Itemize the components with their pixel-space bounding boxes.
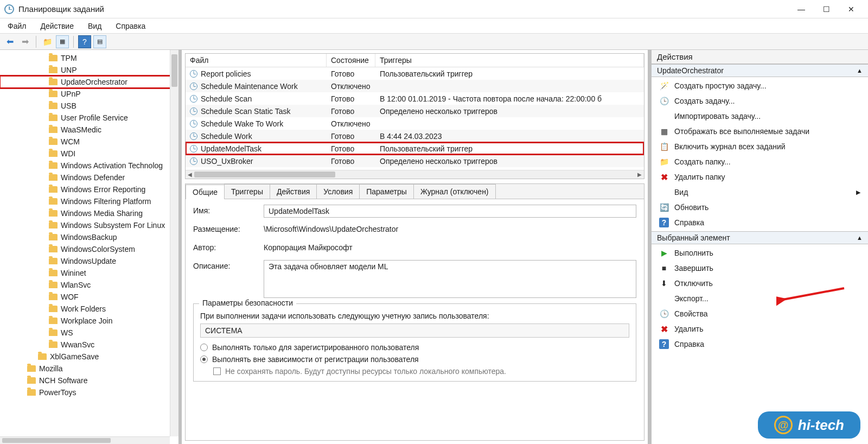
tree-item[interactable]: Workplace Join	[0, 315, 178, 327]
action-item[interactable]: ■Завершить	[652, 261, 868, 276]
tree-item[interactable]: Windows Filtering Platform	[0, 195, 178, 207]
tree-item[interactable]: Wininet	[0, 267, 178, 279]
tree-item[interactable]: WDI	[0, 148, 178, 160]
tab-params[interactable]: Параметры	[359, 184, 414, 199]
tree-item[interactable]: WaaSMedic	[0, 124, 178, 136]
nav-back-button[interactable]: ⬅	[3, 35, 16, 48]
tree-horizontal-scrollbar[interactable]	[0, 436, 170, 444]
actions-section-folder[interactable]: UpdateOrchestrator▲	[652, 64, 868, 77]
tree-item[interactable]: WOF	[0, 291, 178, 303]
tree-item[interactable]: WlanSvc	[0, 279, 178, 291]
toggle-actions-pane-button[interactable]: ▤	[93, 35, 106, 48]
tree-item[interactable]: WindowsBackup	[0, 231, 178, 243]
action-item[interactable]: 🕒Свойства	[652, 306, 868, 321]
task-row[interactable]: Report policiesГотовоПользовательский тр…	[186, 67, 644, 80]
chk-no-password[interactable]: Не сохранять пароль. Будут доступны ресу…	[213, 367, 629, 376]
close-button[interactable]: ✕	[839, 1, 864, 17]
action-item[interactable]: 🪄Создать простую задачу...	[652, 78, 868, 93]
tree-item[interactable]: NCH Software	[0, 375, 178, 386]
maximize-button[interactable]: ☐	[814, 1, 839, 17]
tree-vertical-scrollbar[interactable]	[170, 50, 178, 436]
menu-view[interactable]: Вид	[86, 21, 104, 31]
col-triggers[interactable]: Триггеры	[375, 54, 644, 67]
tree-item[interactable]: Mozilla	[0, 363, 178, 375]
tree-item[interactable]: PowerToys	[0, 386, 178, 398]
opt-logged-in-only[interactable]: Выполнять только для зарегистрированного…	[200, 343, 629, 352]
opt-regardless-login[interactable]: Выполнять вне зависимости от регистрации…	[200, 355, 629, 364]
tree-item[interactable]: WS	[0, 327, 178, 339]
tab-log[interactable]: Журнал (отключен)	[413, 184, 496, 199]
tree-item[interactable]: User Profile Service	[0, 112, 178, 124]
up-level-button[interactable]: 📁	[41, 35, 54, 48]
menu-file[interactable]: Файл	[5, 21, 28, 31]
label-name: Имя:	[193, 205, 264, 215]
minimize-button[interactable]: —	[789, 1, 814, 17]
blank-icon	[659, 111, 669, 121]
task-row[interactable]: Schedule Maintenance WorkОтключено	[186, 80, 644, 92]
tree-item[interactable]: USB	[0, 100, 178, 112]
tree-item[interactable]: WindowsUpdate	[0, 255, 178, 267]
tree-item[interactable]: XblGameSave	[0, 351, 178, 363]
tree-item[interactable]: Windows Media Sharing	[0, 207, 178, 219]
action-item[interactable]: 📋Включить журнал всех заданий	[652, 139, 868, 154]
action-label: Справка	[674, 340, 704, 348]
label-author: Автор:	[193, 242, 264, 252]
task-row[interactable]: UpdateModelTaskГотовоПользовательский тр…	[186, 142, 644, 155]
tab-actions[interactable]: Действия	[270, 184, 317, 199]
tree-item-label: User Profile Service	[61, 113, 128, 122]
col-state[interactable]: Состояние	[327, 54, 375, 67]
tree-item[interactable]: Work Folders	[0, 303, 178, 315]
tree-item-label: Work Folders	[61, 305, 106, 313]
actions-section-selected[interactable]: Выбранный элемент▲	[652, 231, 868, 244]
task-name: Schedule Scan	[201, 94, 252, 103]
task-row[interactable]: Schedule Wake To WorkОтключено	[186, 117, 644, 130]
tab-triggers[interactable]: Триггеры	[224, 184, 270, 199]
action-item[interactable]: 📁Создать папку...	[652, 154, 868, 169]
action-item[interactable]: Импортировать задачу...	[652, 109, 868, 124]
folder-icon	[49, 162, 58, 169]
task-state: Отключено	[327, 82, 375, 91]
action-item[interactable]: 🕒Создать задачу...	[652, 93, 868, 109]
tree-item[interactable]: WCM	[0, 136, 178, 148]
tab-general[interactable]: Общие	[186, 185, 225, 199]
field-name[interactable]: UpdateModelTask	[264, 205, 636, 218]
field-desc[interactable]: Эта задача обновляет модели ML	[264, 260, 636, 298]
action-item[interactable]: Экспорт...	[652, 291, 868, 306]
action-item[interactable]: ✖Удалить папку	[652, 169, 868, 185]
tab-conditions[interactable]: Условия	[316, 184, 360, 199]
tree-item[interactable]: Windows Activation Technolog	[0, 160, 178, 172]
action-item[interactable]: ▦Отображать все выполняемые задачи	[652, 124, 868, 139]
action-item[interactable]: ⬇Отключить	[652, 276, 868, 291]
task-list-horizontal-scrollbar[interactable]: ◀▶	[186, 170, 644, 179]
action-item[interactable]: ✖Удалить	[652, 321, 868, 337]
task-row[interactable]: Schedule WorkГотовоВ 4:44 24.03.2023	[186, 130, 644, 142]
task-row[interactable]: USO_UxBrokerГотовоОпределено несколько т…	[186, 155, 644, 167]
folder-icon	[49, 115, 58, 121]
tree-item[interactable]: UpdateOrchestrator	[0, 76, 178, 88]
action-item[interactable]: Вид▶	[652, 185, 868, 200]
tree-item[interactable]: UPnP	[0, 88, 178, 100]
tree-item[interactable]: Windows Subsystem For Linux	[0, 219, 178, 231]
action-item[interactable]: ?Справка	[652, 337, 868, 352]
menu-help[interactable]: Справка	[113, 21, 148, 31]
tree-item[interactable]: TPM	[0, 52, 178, 64]
col-file[interactable]: Файл	[186, 54, 327, 67]
action-item[interactable]: 🔄Обновить	[652, 200, 868, 215]
tree-item[interactable]: Windows Defender	[0, 172, 178, 183]
menu-action[interactable]: Действие	[38, 21, 76, 31]
tree-item[interactable]: Windows Error Reporting	[0, 183, 178, 195]
task-row[interactable]: Schedule Scan Static TaskГотовоОпределен…	[186, 105, 644, 117]
task-state: Готово	[327, 69, 375, 78]
collapse-icon: ▲	[857, 67, 863, 74]
tree-item[interactable]: UNP	[0, 64, 178, 76]
help-button[interactable]: ?	[78, 35, 91, 48]
nav-forward-button[interactable]: ➡	[18, 35, 31, 48]
tree-item[interactable]: WwanSvc	[0, 339, 178, 351]
action-item[interactable]: ?Справка	[652, 215, 868, 230]
task-row[interactable]: Schedule ScanГотовоВ 12:00 01.01.2019 - …	[186, 92, 644, 105]
task-icon	[190, 145, 197, 153]
action-item[interactable]: ▶Выполнить	[652, 245, 868, 261]
toggle-console-tree-button[interactable]: ▦	[56, 35, 69, 48]
tree-item[interactable]: WindowsColorSystem	[0, 243, 178, 255]
action-label: Создать простую задачу...	[674, 81, 767, 90]
